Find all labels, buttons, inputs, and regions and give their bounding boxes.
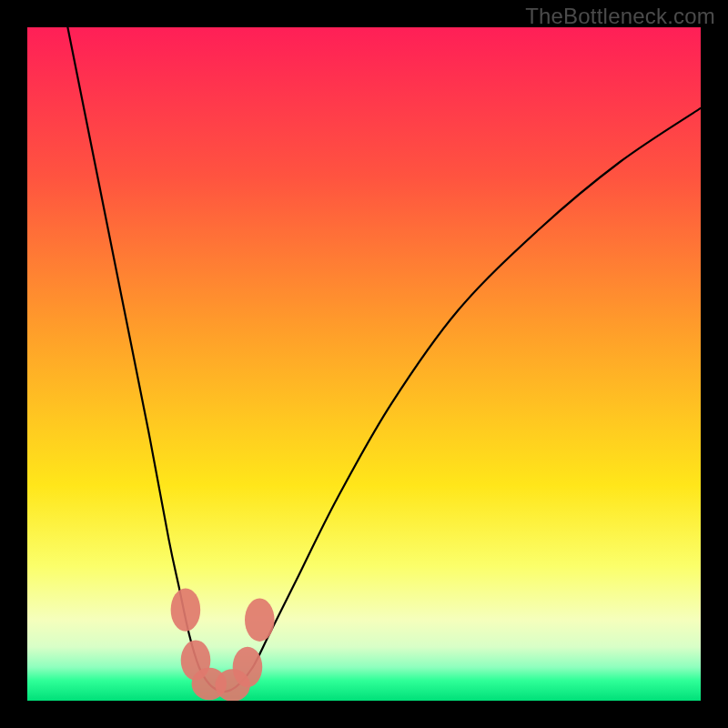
curve-marker [233,647,263,687]
curve-marker [171,588,201,631]
chart-frame: TheBottleneck.com [0,0,728,728]
bottleneck-chart [27,27,701,701]
plot-area [27,27,701,701]
curve-marker [245,599,275,642]
watermark-text: TheBottleneck.com [525,4,715,29]
chart-background [27,27,701,701]
